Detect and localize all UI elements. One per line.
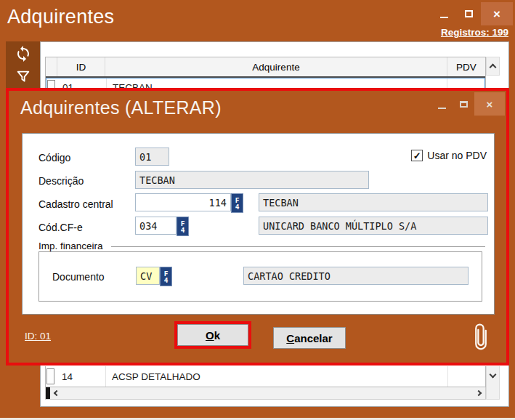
cod-cfe-code-field[interactable]: 034	[135, 217, 177, 235]
maximize-icon	[465, 10, 473, 17]
sidebar	[6, 41, 40, 88]
scroll-down-button[interactable]	[487, 366, 499, 384]
scroll-right-button[interactable]	[472, 387, 485, 399]
cell-id: 14	[57, 366, 105, 387]
cadastro-central-label: Cadastro central	[38, 198, 113, 210]
header-id[interactable]: ID	[57, 57, 105, 76]
cod-cfe-label: Cód.CF-e	[38, 222, 83, 233]
window-controls: ×	[431, 2, 513, 25]
checkbox-checked-icon: ✓	[411, 150, 423, 161]
documento-label: Documento	[52, 271, 105, 283]
dialog-title: Adquirentes (ALTERAR)	[20, 97, 222, 118]
maximize-button[interactable]	[456, 2, 481, 25]
close-button[interactable]: ×	[481, 2, 513, 25]
group-caption-line	[111, 246, 485, 247]
cell-adquirente: ACSP DETALHADO	[105, 366, 447, 387]
imp-financeira-group-box: Documento CV F4 CARTAO CREDITO	[38, 251, 482, 302]
codigo-label: Código	[38, 152, 70, 163]
paperclip-icon	[471, 316, 490, 351]
documento-f4-button[interactable]: F4	[160, 267, 172, 286]
usar-no-pdv-checkbox[interactable]: ✓ Usar no PDV	[411, 150, 487, 161]
registros-link[interactable]: Registros: 199	[441, 27, 508, 38]
attachment-button[interactable]	[471, 316, 490, 354]
filter-icon	[15, 69, 31, 85]
cod-cfe-f4-button[interactable]: F4	[177, 217, 189, 236]
imp-financeira-group-label: Imp. financeira	[38, 241, 103, 251]
dialog-window-controls: ×	[431, 92, 505, 116]
f4-icon: 4	[164, 277, 169, 283]
f4-icon: 4	[235, 203, 240, 210]
grid-header: ID Adquirente PDV	[46, 57, 485, 78]
cod-cfe-name-field[interactable]: UNICARD BANCO MÚLTIPLO S/A	[259, 217, 488, 235]
documento-code-field[interactable]: CV	[136, 267, 160, 285]
descricao-label: Descrição	[38, 175, 84, 187]
row-selector	[46, 366, 57, 387]
cadastro-central-f4-button[interactable]: F4	[231, 193, 243, 213]
chevron-down-icon	[490, 371, 497, 378]
ok-button-highlight: Ok	[174, 321, 251, 349]
minimize-button[interactable]	[431, 2, 456, 25]
table-bottom: 14 ACSP DETALHADO	[45, 366, 500, 400]
refresh-button[interactable]	[14, 44, 33, 63]
header-adquirente[interactable]: Adquirente	[105, 57, 447, 76]
scrollbar-track[interactable]	[63, 387, 472, 399]
cadastro-central-code-field[interactable]: 114	[135, 193, 231, 211]
chevron-left-icon	[54, 390, 60, 396]
vertical-scrollbar[interactable]	[486, 57, 500, 76]
chevron-up-icon	[490, 64, 497, 71]
header-pdv[interactable]: PDV	[447, 57, 485, 76]
dialog-adquirentes-alterar: Adquirentes (ALTERAR) × Código 01 ✓ Usar…	[6, 88, 509, 366]
record-id-link[interactable]: ID: 01	[25, 331, 51, 342]
scroll-left-button[interactable]	[50, 387, 63, 399]
close-icon: ×	[487, 99, 493, 110]
codigo-field[interactable]: 01	[135, 148, 169, 166]
header-selector	[46, 57, 57, 76]
dialog-form-panel: Código 01 ✓ Usar no PDV Descrição TECBAN…	[22, 133, 495, 315]
horizontal-scrollbar[interactable]	[45, 387, 486, 400]
f4-icon: 4	[181, 227, 185, 233]
scroll-up-button[interactable]	[487, 57, 499, 75]
dialog-minimize-button[interactable]	[431, 92, 453, 116]
checkbox-label: Usar no PDV	[427, 150, 487, 161]
cadastro-central-name-field[interactable]: TECBAN	[259, 193, 488, 211]
minimize-icon	[440, 17, 448, 18]
descricao-field[interactable]: TECBAN	[135, 171, 369, 189]
dialog-close-button[interactable]: ×	[474, 92, 505, 116]
vertical-scrollbar[interactable]	[486, 366, 500, 400]
filter-button[interactable]	[14, 68, 33, 86]
close-icon: ×	[493, 8, 500, 20]
refresh-icon	[15, 45, 32, 62]
row-indicator	[46, 368, 54, 384]
cancel-button[interactable]: Cancelar	[273, 327, 346, 349]
chevron-right-icon	[476, 390, 482, 396]
dialog-restore-button[interactable]	[453, 92, 474, 116]
minimize-icon	[438, 108, 446, 109]
scrollbar-corner	[487, 384, 499, 399]
window-title: Adquirentes	[7, 6, 114, 28]
cell-pdv	[447, 366, 485, 387]
table-row[interactable]: 14 ACSP DETALHADO	[45, 366, 486, 387]
ok-button[interactable]: Ok	[177, 324, 248, 346]
documento-name-field[interactable]: CARTAO CREDITO	[243, 267, 469, 285]
restore-icon	[460, 101, 468, 108]
